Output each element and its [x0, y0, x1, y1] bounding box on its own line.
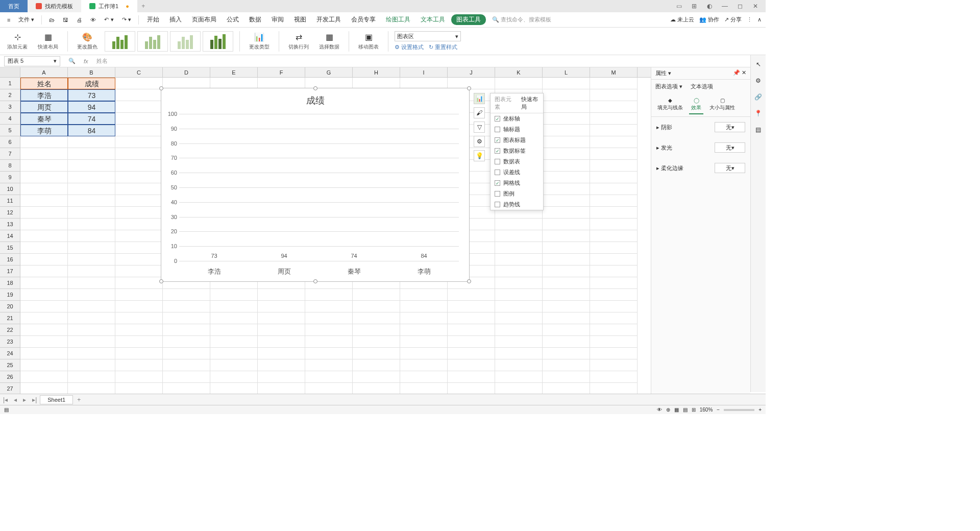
col-header[interactable]: B — [68, 67, 115, 77]
cell[interactable] — [543, 230, 590, 242]
select-data-button[interactable]: ▦ 选择数据 — [316, 32, 342, 51]
col-header[interactable]: K — [495, 67, 543, 77]
cell[interactable] — [20, 383, 68, 395]
prop-shadow[interactable]: ▸ 阴影 无 ▾ — [651, 117, 750, 137]
tab-templates[interactable]: 找稻壳模板 — [28, 0, 81, 12]
cell[interactable] — [448, 301, 495, 312]
col-header[interactable]: J — [448, 67, 495, 77]
sheet-add-icon[interactable]: + — [73, 396, 85, 403]
cell[interactable] — [543, 289, 590, 301]
cell[interactable] — [543, 266, 590, 277]
prop-glow[interactable]: ▸ 发光 无 ▾ — [651, 137, 750, 158]
cell[interactable] — [258, 289, 305, 301]
row-header[interactable]: 22 — [0, 324, 20, 336]
col-header[interactable]: H — [353, 67, 400, 77]
cell[interactable] — [543, 160, 590, 172]
popup-tab-elements[interactable]: 图表元素 — [491, 93, 517, 113]
cell[interactable] — [115, 195, 163, 207]
cell[interactable] — [258, 312, 305, 324]
cell[interactable] — [115, 207, 163, 219]
cell[interactable] — [115, 125, 163, 136]
cell[interactable] — [210, 324, 258, 336]
cell[interactable] — [115, 101, 163, 113]
cell[interactable] — [353, 371, 400, 383]
row-header[interactable]: 19 — [0, 289, 20, 301]
cell[interactable] — [163, 312, 210, 324]
cell[interactable] — [115, 148, 163, 160]
cell[interactable] — [543, 207, 590, 219]
cell[interactable] — [543, 89, 590, 101]
cell[interactable] — [400, 336, 448, 348]
chart-element-checkbox[interactable]: ✓图表标题 — [491, 135, 543, 146]
cell[interactable] — [448, 371, 495, 383]
cell[interactable] — [115, 336, 163, 348]
cell[interactable] — [590, 289, 638, 301]
menu-hamburger-icon[interactable]: ≡ — [4, 16, 13, 24]
subtab-size[interactable]: ▢ 大小与属性 — [707, 95, 737, 114]
cell[interactable] — [115, 301, 163, 312]
row-header[interactable]: 23 — [0, 336, 20, 348]
cell[interactable] — [68, 336, 115, 348]
cell[interactable] — [495, 266, 543, 277]
cell[interactable] — [495, 289, 543, 301]
cell[interactable] — [115, 89, 163, 101]
props-pin-icon[interactable]: 📌 — [733, 69, 740, 76]
cell[interactable] — [590, 371, 638, 383]
cell[interactable] — [20, 336, 68, 348]
cell[interactable] — [210, 383, 258, 395]
search-fx-icon[interactable]: 🔍 — [64, 58, 80, 64]
row-header[interactable]: 1 — [0, 78, 20, 89]
cell[interactable] — [590, 277, 638, 289]
cell[interactable] — [590, 383, 638, 395]
cell[interactable] — [210, 301, 258, 312]
cell[interactable] — [543, 101, 590, 113]
cell[interactable] — [590, 113, 638, 125]
cell[interactable] — [20, 207, 68, 219]
chart-element-checkbox[interactable]: ✓坐标轴 — [491, 113, 543, 124]
row-header[interactable]: 10 — [0, 183, 20, 195]
cell[interactable] — [258, 359, 305, 371]
cell[interactable]: 94 — [68, 101, 115, 113]
cell[interactable] — [68, 254, 115, 266]
share-button[interactable]: ↗分享 — [724, 16, 742, 23]
cell[interactable] — [543, 324, 590, 336]
redo-icon[interactable]: ↷ ▾ — [119, 15, 134, 24]
text-options-tab[interactable]: 文本选项 — [691, 83, 713, 90]
col-header[interactable]: M — [590, 67, 638, 77]
cell[interactable] — [305, 371, 353, 383]
cell[interactable]: 73 — [68, 89, 115, 101]
cell[interactable] — [210, 289, 258, 301]
col-header[interactable]: D — [163, 67, 210, 77]
menu-file[interactable]: 文件 ▾ — [15, 15, 37, 25]
popup-tab-layout[interactable]: 快速布局 — [517, 93, 544, 113]
cell[interactable] — [115, 113, 163, 125]
chart-settings-icon[interactable]: ⚙ — [474, 136, 485, 147]
row-header[interactable]: 9 — [0, 172, 20, 183]
chart-element-checkbox[interactable]: 轴标题 — [491, 124, 543, 135]
print-icon[interactable]: 🖨 — [74, 16, 85, 24]
select-all-corner[interactable] — [0, 67, 20, 77]
chart-element-checkbox[interactable]: ✓数据标签 — [491, 146, 543, 156]
cell[interactable] — [543, 383, 590, 395]
cell[interactable]: 姓名 — [20, 78, 68, 89]
cell[interactable] — [68, 348, 115, 359]
row-header[interactable]: 25 — [0, 359, 20, 371]
cell[interactable] — [115, 289, 163, 301]
cell[interactable] — [115, 266, 163, 277]
command-search[interactable]: 🔍 查找命令、搜索模板 — [488, 15, 555, 25]
tab-workbook[interactable]: 工作簿1 ● — [81, 0, 137, 12]
reset-style-link[interactable]: ↻ 重置样式 — [429, 43, 457, 51]
cell[interactable] — [258, 336, 305, 348]
cell[interactable] — [543, 277, 590, 289]
col-header[interactable]: E — [210, 67, 258, 77]
cell[interactable] — [163, 348, 210, 359]
row-header[interactable]: 16 — [0, 254, 20, 266]
cell[interactable] — [115, 172, 163, 183]
cell[interactable] — [543, 219, 590, 230]
cell[interactable] — [20, 242, 68, 254]
ribbon-view[interactable]: 视图 — [290, 13, 310, 26]
cell[interactable] — [115, 383, 163, 395]
row-header[interactable]: 14 — [0, 230, 20, 242]
cell[interactable] — [400, 371, 448, 383]
subtab-fill-line[interactable]: ◆ 填充与线条 — [655, 95, 685, 114]
